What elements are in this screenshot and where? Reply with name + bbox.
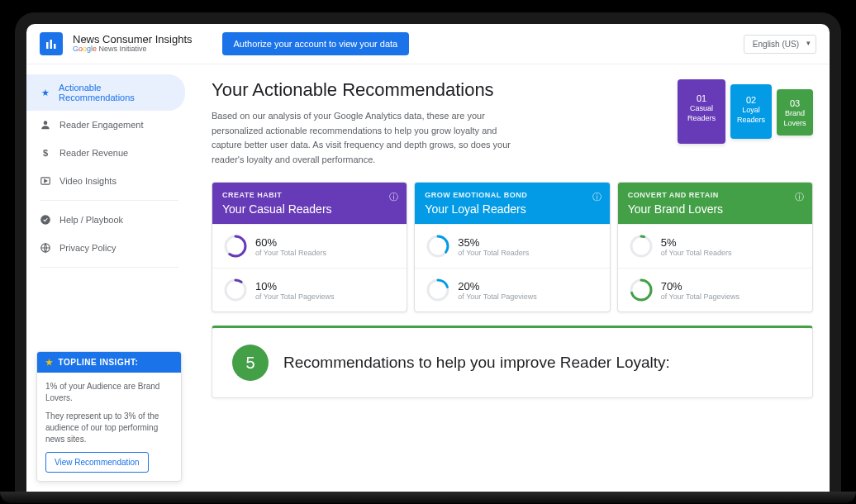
donut-chart-icon [224, 235, 247, 258]
stat-row: 60%of Your Total Readers [212, 224, 407, 268]
app-screen: News Consumer Insights Google News Initi… [26, 24, 830, 492]
segment-card-green: CONVERT AND RETAINYour Brand Loversⓘ5%of… [617, 182, 813, 312]
pill-brand-lovers: 03 Brand Lovers [777, 89, 813, 136]
person-icon [40, 119, 51, 131]
segment-card-header: GROW EMOTIONAL BONDYour Loyal Readersⓘ [415, 183, 609, 224]
page-title: Your Actionable Recommendations [212, 79, 653, 101]
pill-label: Casual Readers [687, 104, 716, 122]
dollar-icon: $ [40, 147, 51, 159]
nav-divider [40, 267, 178, 268]
segment-pills: 01 Casual Readers 02 Loyal Readers 03 Br… [678, 79, 813, 167]
stat-label: of Your Total Readers [458, 249, 529, 257]
recommendations-section: 5 Recommendations to help you improve Re… [212, 326, 813, 398]
hero-section: Your Actionable Recommendations Based on… [212, 79, 813, 167]
sidebar-item-label: Privacy Policy [59, 243, 116, 253]
main-content: Your Actionable Recommendations Based on… [192, 64, 830, 492]
topline-insight-line1: 1% of your Audience are Brand Lovers. [45, 381, 173, 404]
donut-chart-icon [426, 278, 449, 302]
svg-point-3 [44, 121, 48, 125]
brand-title: News Consumer Insights [73, 34, 193, 45]
recommendations-count-badge: 5 [232, 345, 269, 381]
page-description: Based on our analysis of your Google Ana… [212, 109, 525, 167]
segment-title: Your Loyal Readers [425, 202, 599, 216]
sidebar-item-help[interactable]: Help / Playbook [26, 206, 192, 234]
stat-row: 70%of Your Total Pageviews [618, 268, 812, 311]
donut-chart-icon [224, 278, 247, 302]
star-icon: ★ [40, 87, 50, 98]
donut-chart-icon [426, 235, 449, 258]
stat-value: 70% [661, 280, 739, 292]
pill-label: Loyal Readers [737, 106, 765, 124]
svg-rect-0 [46, 42, 49, 49]
topline-insight-heading: TOPLINE INSIGHT: [59, 358, 139, 367]
stat-row: 35%of Your Total Readers [415, 224, 609, 268]
sidebar-item-engagement[interactable]: Reader Engagement [26, 111, 192, 139]
sidebar-item-label: Help / Playbook [59, 215, 123, 225]
sidebar-item-label: Actionable Recommendations [59, 83, 172, 102]
info-icon[interactable]: ⓘ [795, 191, 804, 203]
nav-divider [40, 200, 178, 201]
video-icon [40, 175, 51, 187]
topline-insight-line2: They represent up to 3% of the audience … [45, 411, 173, 445]
svg-rect-1 [50, 40, 53, 49]
laptop-frame: News Consumer Insights Google News Initi… [15, 12, 841, 492]
stat-value: 5% [661, 236, 732, 249]
segment-title: Your Casual Readers [222, 202, 397, 216]
pill-number: 02 [735, 94, 767, 106]
segment-card-header: CONVERT AND RETAINYour Brand Loversⓘ [618, 183, 812, 224]
authorize-button[interactable]: Authorize your account to view your data [222, 32, 410, 55]
stat-label: of Your Total Readers [255, 249, 326, 257]
sidebar-item-revenue[interactable]: $ Reader Revenue [26, 139, 192, 167]
svg-point-5 [40, 215, 50, 225]
svg-rect-2 [54, 44, 56, 49]
stat-label: of Your Total Pageviews [661, 292, 739, 301]
sidebar-item-label: Reader Engagement [59, 120, 144, 130]
sidebar: ★ Actionable Recommendations Reader Enga… [26, 64, 192, 492]
sidebar-item-label: Reader Revenue [59, 148, 128, 158]
donut-chart-icon [630, 278, 653, 302]
stat-value: 20% [458, 280, 536, 292]
sidebar-item-video[interactable]: Video Insights [26, 167, 192, 195]
pill-number: 01 [682, 93, 720, 104]
info-icon[interactable]: ⓘ [389, 191, 398, 203]
stat-row: 20%of Your Total Pageviews [415, 268, 609, 311]
globe-icon [40, 242, 51, 254]
info-icon[interactable]: ⓘ [592, 191, 602, 203]
segment-tag: CONVERT AND RETAIN [628, 191, 802, 199]
donut-chart-icon [630, 235, 653, 258]
stat-value: 10% [255, 280, 334, 292]
topline-insight-header: ★ TOPLINE INSIGHT: [37, 352, 181, 373]
stat-row: 5%of Your Total Readers [618, 224, 812, 268]
top-bar: News Consumer Insights Google News Initi… [26, 24, 830, 64]
view-recommendation-button[interactable]: View Recommendation [45, 452, 149, 473]
segment-card-header: CREATE HABITYour Casual Readersⓘ [212, 183, 407, 224]
segment-tag: GROW EMOTIONAL BOND [425, 191, 599, 199]
pill-casual-readers: 01 Casual Readers [678, 79, 725, 144]
stat-value: 35% [458, 236, 529, 249]
segment-cards-row: CREATE HABITYour Casual Readersⓘ60%of Yo… [212, 182, 813, 312]
segment-title: Your Brand Lovers [628, 202, 802, 216]
stat-value: 60% [255, 236, 326, 249]
recommendations-title: Recommendations to help you improve Read… [283, 353, 670, 373]
segment-card-purple: CREATE HABITYour Casual Readersⓘ60%of Yo… [212, 182, 407, 312]
pill-number: 03 [782, 97, 808, 109]
svg-point-15 [631, 236, 651, 256]
pill-label: Brand Lovers [783, 109, 806, 127]
stat-label: of Your Total Pageviews [255, 292, 334, 301]
brand-block: News Consumer Insights Google News Initi… [73, 34, 193, 54]
svg-point-9 [226, 280, 245, 300]
language-select[interactable]: English (US) [744, 35, 816, 54]
stat-label: of Your Total Readers [661, 249, 732, 257]
stat-label: of Your Total Pageviews [458, 292, 536, 301]
sidebar-item-recommendations[interactable]: ★ Actionable Recommendations [26, 74, 185, 111]
star-icon: ★ [45, 358, 54, 367]
topline-insight-card: ★ TOPLINE INSIGHT: 1% of your Audience a… [36, 351, 182, 482]
segment-tag: CREATE HABIT [222, 191, 397, 199]
app-logo-icon [40, 32, 63, 55]
sidebar-item-privacy[interactable]: Privacy Policy [26, 234, 192, 262]
sidebar-item-label: Video Insights [59, 176, 117, 186]
topline-insight-body: 1% of your Audience are Brand Lovers. Th… [37, 373, 181, 481]
stat-row: 10%of Your Total Pageviews [212, 268, 407, 311]
segment-card-blue: GROW EMOTIONAL BONDYour Loyal Readersⓘ35… [414, 182, 610, 312]
pill-loyal-readers: 02 Loyal Readers [730, 84, 772, 139]
